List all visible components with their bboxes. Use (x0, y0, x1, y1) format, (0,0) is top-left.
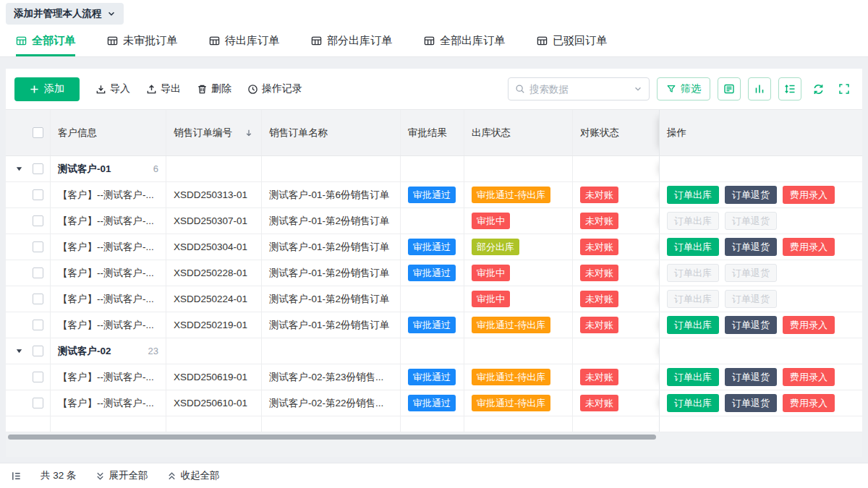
import-button[interactable]: 导入 (95, 82, 130, 95)
row-checkbox[interactable] (33, 189, 43, 200)
customer-cell: 【客户】--测试客户-... (51, 286, 166, 312)
order-name-cell: 测试客户-01-第2份销售订单 (262, 286, 401, 312)
table-row: 【客户】--测试客户-... XSDD250307-01 测试客户-01-第2份… (6, 208, 862, 234)
tab-label: 未审批订单 (123, 34, 177, 48)
top-bar: 添加并管理本人流程 (0, 0, 868, 27)
order-outbound-button[interactable]: 订单出库 (667, 316, 719, 334)
table-row: 【客户】--测试客户-... XSDD250304-01 测试客户-01-第2份… (6, 234, 862, 260)
horizontal-scrollbar[interactable] (8, 435, 656, 440)
order-no-cell: XSDD250313-01 (166, 182, 262, 207)
order-no-cell: XSDD250219-01 (166, 312, 262, 338)
outbound-status-badge: 部分出库 (472, 239, 519, 255)
order-return-button[interactable]: 订单退货 (725, 394, 777, 412)
order-tabs: 全部订单 未审批订单 待出库订单 部分出库订单 全部出库订单 已驳回订单 (0, 27, 868, 57)
customer-cell: 【客户】--测试客户-... (51, 364, 166, 390)
tab-rejected-orders[interactable]: 已驳回订单 (537, 27, 607, 56)
group-row: 测试客户-016 (6, 156, 862, 182)
fee-entry-button[interactable]: 费用录入 (783, 316, 835, 334)
refresh-icon (812, 83, 825, 95)
row-checkbox[interactable] (33, 320, 43, 330)
order-name-cell: 测试客户-01-第6份销售订单 (262, 182, 401, 207)
tab-all-orders[interactable]: 全部订单 (16, 27, 75, 56)
approval-status-badge: 审批通过 (408, 187, 456, 203)
table-row: 【客户】--测试客户-... XSDD250610-01 测试客户-02-第22… (6, 390, 862, 416)
order-return-button-disabled: 订单退货 (725, 212, 777, 230)
fee-entry-button[interactable]: 费用录入 (783, 394, 835, 412)
reconcile-status-badge: 未对账 (580, 213, 618, 229)
summary-icon (11, 471, 22, 481)
group-name: 测试客户-01 (58, 163, 111, 176)
operation-history-button[interactable]: 操作记录 (247, 82, 302, 95)
collapse-group-icon[interactable] (15, 347, 23, 355)
add-button[interactable]: 添加 (14, 77, 80, 101)
order-outbound-button[interactable]: 订单出库 (667, 368, 719, 386)
outbound-status-badge: 审批通过-待出库 (472, 317, 550, 333)
col-header-order-no[interactable]: 销售订单编号 (166, 110, 262, 155)
collapse-all-button[interactable]: 收起全部 (167, 469, 220, 482)
group-checkbox[interactable] (33, 346, 43, 356)
order-no-cell: XSDD250307-01 (166, 208, 262, 234)
tab-partial-outbound-orders[interactable]: 部分出库订单 (311, 27, 392, 56)
customer-cell: 【客户】--测试客户-... (51, 182, 166, 207)
tab-unapproved-orders[interactable]: 未审批订单 (107, 27, 177, 56)
order-name-cell: 测试客户-01-第2份销售订单 (262, 208, 401, 234)
filter-button[interactable]: 筛选 (657, 77, 710, 100)
chevron-down-icon[interactable] (634, 85, 642, 93)
order-return-button[interactable]: 订单退货 (725, 316, 777, 334)
fee-entry-button[interactable]: 费用录入 (783, 368, 835, 386)
total-count: 共 32 条 (41, 469, 77, 482)
sort-desc-icon[interactable] (244, 128, 254, 138)
row-height-icon-button[interactable] (778, 77, 801, 100)
table-header-row: 客户信息 销售订单编号 销售订单名称 审批结果 出库状态 对账状态 操作 (6, 110, 862, 156)
order-outbound-button[interactable]: 订单出库 (667, 238, 719, 256)
tab-label: 已驳回订单 (553, 34, 607, 48)
column-config-icon-button[interactable] (748, 77, 771, 100)
select-all-checkbox[interactable] (33, 127, 43, 138)
approval-status-badge: 审批通过 (408, 369, 456, 385)
row-checkbox[interactable] (33, 215, 43, 226)
outbound-status-badge: 审批中 (472, 265, 510, 281)
order-name-cell: 测试客户-01-第2份销售订单 (262, 312, 401, 338)
delete-button[interactable]: 删除 (197, 82, 231, 95)
row-checkbox[interactable] (33, 398, 43, 408)
order-return-button[interactable]: 订单退货 (725, 368, 777, 386)
outbound-status-badge: 审批中 (472, 291, 510, 307)
collapse-group-icon[interactable] (15, 165, 23, 173)
table-footer: 共 32 条 展开全部 收起全部 (0, 463, 868, 488)
tab-pending-outbound-orders[interactable]: 待出库订单 (209, 27, 279, 56)
search-icon (515, 84, 525, 94)
process-manager-button[interactable]: 添加并管理本人流程 (6, 3, 124, 25)
funnel-icon (666, 84, 676, 94)
group-checkbox[interactable] (33, 163, 43, 174)
tab-full-outbound-orders[interactable]: 全部出库订单 (424, 27, 505, 56)
clock-icon (247, 84, 258, 95)
search-input[interactable] (529, 84, 629, 95)
process-manager-label: 添加并管理本人流程 (14, 7, 102, 20)
add-button-label: 添加 (44, 82, 64, 95)
row-checkbox[interactable] (33, 241, 43, 252)
order-outbound-button[interactable]: 订单出库 (667, 394, 719, 412)
order-return-button[interactable]: 订单退货 (725, 186, 777, 204)
column-config-icon (754, 83, 765, 95)
customer-cell: 【客户】--测试客户-... (51, 234, 166, 260)
order-no-cell: XSDD250304-01 (166, 234, 262, 260)
refresh-icon-button[interactable] (809, 80, 827, 98)
reconcile-status-badge: 未对账 (580, 395, 618, 411)
fee-entry-button[interactable]: 费用录入 (783, 238, 835, 256)
row-checkbox[interactable] (33, 294, 43, 304)
form-view-icon-button[interactable] (718, 77, 741, 100)
fee-entry-button[interactable]: 费用录入 (783, 186, 835, 204)
order-outbound-button[interactable]: 订单出库 (667, 186, 719, 204)
order-return-button-disabled: 订单退货 (725, 290, 777, 308)
row-checkbox[interactable] (33, 372, 43, 382)
group-row: 测试客户-0223 (6, 338, 862, 364)
col-header-reconcile: 对账状态 (573, 110, 659, 155)
fullscreen-icon-button[interactable] (835, 80, 854, 98)
group-count: 23 (148, 346, 158, 356)
order-return-button[interactable]: 订单退货 (725, 238, 777, 256)
fullscreen-icon (838, 83, 850, 95)
expand-all-button[interactable]: 展开全部 (95, 469, 148, 482)
table-icon (311, 35, 322, 46)
export-button[interactable]: 导出 (146, 82, 181, 95)
row-checkbox[interactable] (33, 267, 43, 278)
